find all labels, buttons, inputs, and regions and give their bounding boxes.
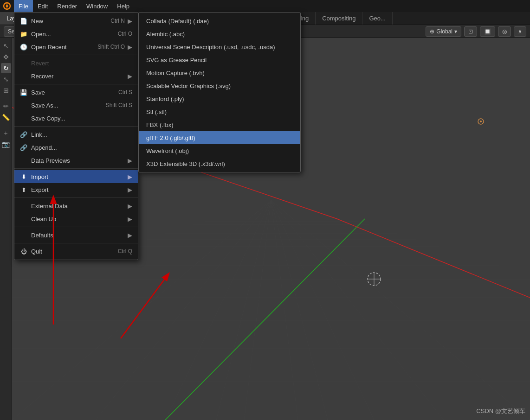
separator-1 [14,55,138,55]
export-icon: ⬆ [19,186,28,193]
quit-icon: ⏻ [19,248,28,255]
new-file-icon: 📄 [19,18,28,25]
toolbar-pivot[interactable]: ⊡ [464,26,477,37]
menu-help[interactable]: Help [112,0,134,12]
menu-item-import[interactable]: ⬇ Import ▶ [14,170,138,183]
menu-item-link[interactable]: 🔗 Link... [14,128,138,141]
open-icon: 📁 [19,31,28,38]
import-arrow-icon: ▶ [128,173,132,180]
toolbar-transform[interactable]: ⊕ Global ▾ [426,26,461,37]
save-icon: 💾 [19,89,28,96]
sidebar-transform-icon[interactable]: ⊞ [1,85,11,95]
separator-6 [14,227,138,227]
menu-item-external-data[interactable]: External Data ▶ [14,199,138,212]
menu-item-new[interactable]: 📄 New Ctrl N ▶ [14,14,138,27]
clean-up-arrow-icon: ▶ [128,216,132,223]
menu-item-save-copy[interactable]: Save Copy... [14,112,138,125]
data-previews-arrow-icon: ▶ [128,157,132,164]
menu-edit[interactable]: Edit [33,0,52,12]
import-submenu: Collada (Default) (.dae) Alembic (.abc) … [138,12,301,172]
toolbar-proportional[interactable]: ◎ [498,26,511,37]
tab-compositing[interactable]: Compositing [316,12,362,25]
sidebar-scale-icon[interactable]: ⤡ [1,74,11,84]
import-icon: ⬇ [19,173,28,180]
toolbar-overlay[interactable]: ∧ [514,26,526,37]
toolbar-snap[interactable]: 🔲 [480,26,495,37]
export-arrow-icon: ▶ [128,186,132,193]
file-dropdown-menu: 📄 New Ctrl N ▶ 📁 Open... Ctrl O 🕒 Open R… [14,12,138,260]
menu-item-quit[interactable]: ⏻ Quit Ctrl Q [14,245,138,258]
external-data-arrow-icon: ▶ [128,203,132,210]
watermark: CSDN @文艺倾车 [476,407,525,415]
menu-item-append[interactable]: 🔗 Append... [14,141,138,154]
separator-2 [14,84,138,84]
menu-file[interactable]: File [14,0,33,12]
separator-7 [14,243,138,243]
import-gltf[interactable]: glTF 2.0 (.glb/.gltf) [139,131,300,144]
sidebar-cursor-icon[interactable]: ↖ [1,41,11,51]
import-svg-grease[interactable]: SVG as Grease Pencil [139,53,300,66]
chevron-down-icon: ▾ [454,28,457,35]
left-sidebar: ↖ ✥ ↻ ⤡ ⊞ ✏ 📏 + 📷 [0,38,12,420]
blender-logo-icon[interactable] [0,0,14,12]
sidebar-add-icon[interactable]: + [1,128,11,138]
recover-arrow-icon: ▶ [128,73,132,80]
menu-item-save[interactable]: 💾 Save Ctrl S [14,86,138,99]
menu-item-open-recent[interactable]: 🕒 Open Recent Shift Ctrl O ▶ [14,40,138,53]
defaults-arrow-icon: ▶ [128,232,132,239]
separator-3 [14,126,138,127]
transform-icon: ⊕ [430,28,434,35]
append-icon: 🔗 [19,144,28,151]
import-collada[interactable]: Collada (Default) (.dae) [139,14,300,27]
menu-item-clean-up[interactable]: Clean Up ▶ [14,212,138,225]
menu-item-revert: Revert [14,57,138,70]
svg-point-36 [480,121,482,122]
import-motion-capture[interactable]: Motion Capture (.bvh) [139,66,300,79]
menu-render[interactable]: Render [52,0,82,12]
tab-geo[interactable]: Geo... [362,12,392,25]
sidebar-camera-icon[interactable]: 📷 [1,139,11,149]
import-alembic[interactable]: Alembic (.abc) [139,27,300,40]
menu-window[interactable]: Window [82,0,112,12]
menu-item-recover[interactable]: Recover ▶ [14,70,138,83]
top-menubar: File Edit Render Window Help [0,0,530,12]
import-x3d[interactable]: X3D Extensible 3D (.x3d/.wrl) [139,157,300,170]
open-recent-icon: 🕒 [19,44,28,51]
sidebar-annotate-icon[interactable]: ✏ [1,101,11,111]
menu-item-open[interactable]: 📁 Open... Ctrl O [14,27,138,40]
sidebar-rotate-icon[interactable]: ↻ [1,63,11,73]
import-scalable-vector[interactable]: Scalable Vector Graphics (.svg) [139,79,300,92]
link-icon: 🔗 [19,131,28,138]
import-stl[interactable]: Stl (.stl) [139,105,300,118]
sidebar-measure-icon[interactable]: 📏 [1,112,11,122]
sidebar-move-icon[interactable]: ✥ [1,52,11,62]
separator-5 [14,197,138,198]
import-stanford[interactable]: Stanford (.ply) [139,92,300,105]
import-fbx[interactable]: FBX (.fbx) [139,118,300,131]
separator-4 [14,168,138,169]
menu-item-data-previews[interactable]: Data Previews ▶ [14,154,138,167]
menu-item-defaults[interactable]: Defaults ▶ [14,229,138,242]
new-arrow-icon: ▶ [128,18,132,25]
menu-item-export[interactable]: ⬆ Export ▶ [14,183,138,196]
import-usd[interactable]: Universal Scene Description (.usd, .usdc… [139,40,300,53]
open-recent-arrow-icon: ▶ [128,44,132,51]
import-wavefront[interactable]: Wavefront (.obj) [139,144,300,157]
menu-item-save-as[interactable]: Save As... Shift Ctrl S [14,99,138,112]
